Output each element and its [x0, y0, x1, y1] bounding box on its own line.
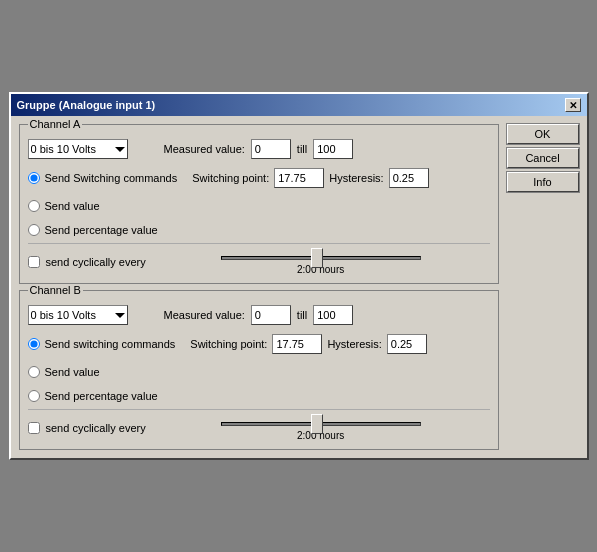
channel-a-sendvalue-row: Send value	[28, 197, 490, 215]
channel-a-voltage-select-wrapper[interactable]: 0 bis 10 Volts	[28, 139, 128, 159]
channel-b-sendpct-row: Send percentage value	[28, 387, 490, 405]
main-content: Channel A 0 bis 10 Volts Measured value:…	[19, 124, 499, 450]
channel-b-cyclical-checkbox[interactable]	[28, 422, 40, 434]
channel-b-measured-from[interactable]	[251, 305, 291, 325]
channel-a-send-percentage-label: Send percentage value	[45, 224, 158, 236]
channel-b-send-value-label: Send value	[45, 366, 100, 378]
cancel-button[interactable]: Cancel	[507, 148, 579, 168]
channel-a-switching-point-label: Switching point:	[192, 172, 269, 184]
channel-a-radio-percentage[interactable]	[28, 224, 40, 236]
channel-a-sendpct-row: Send percentage value	[28, 221, 490, 239]
ok-button[interactable]: OK	[507, 124, 579, 144]
channel-a-hysteresis-value[interactable]	[389, 168, 429, 188]
main-dialog: Gruppe (Analogue input 1) ✕ Channel A 0 …	[9, 92, 589, 460]
channel-b-send-percentage-label: Send percentage value	[45, 390, 158, 402]
channel-a-switching-point-value[interactable]	[274, 168, 324, 188]
channel-b-measured-label: Measured value:	[164, 309, 245, 321]
channel-a-measured-to[interactable]	[313, 139, 353, 159]
channel-b-voltage-select[interactable]: 0 bis 10 Volts	[28, 305, 128, 325]
channel-b-hysteresis-label: Hysteresis:	[327, 338, 381, 350]
channel-b-slider[interactable]	[221, 422, 421, 426]
channel-a-slider[interactable]	[221, 256, 421, 260]
channel-b-switching-point-label: Switching point:	[190, 338, 267, 350]
channel-a-hysteresis-label: Hysteresis:	[329, 172, 383, 184]
channel-a-cyclical-checkbox[interactable]	[28, 256, 40, 268]
channel-a-switching-label: Send Switching commands	[45, 172, 178, 184]
side-buttons: OK Cancel Info	[507, 124, 579, 450]
channel-a-send-value-label: Send value	[45, 200, 100, 212]
channel-b-title: Channel B	[28, 284, 83, 296]
channel-b-switching-point-value[interactable]	[272, 334, 322, 354]
channel-b-till-label: till	[297, 309, 307, 321]
channel-b-cyclical-label: send cyclically every	[46, 422, 146, 434]
channel-a-switching-row: Send Switching commands Switching point:…	[28, 165, 490, 191]
channel-a-measured-from[interactable]	[251, 139, 291, 159]
title-bar: Gruppe (Analogue input 1) ✕	[11, 94, 587, 116]
info-button[interactable]: Info	[507, 172, 579, 192]
channel-a-group: Channel A 0 bis 10 Volts Measured value:…	[19, 124, 499, 284]
channel-a-voltage-select[interactable]: 0 bis 10 Volts	[28, 139, 128, 159]
channel-a-measured-label: Measured value:	[164, 143, 245, 155]
channel-b-voltage-select-wrapper[interactable]: 0 bis 10 Volts	[28, 305, 128, 325]
channel-b-radio-value[interactable]	[28, 366, 40, 378]
channel-a-radio-switching[interactable]	[28, 172, 40, 184]
channel-b-switching-label: Send switching commands	[45, 338, 176, 350]
channel-b-switching-row: Send switching commands Switching point:…	[28, 331, 490, 357]
channel-b-radio-switching[interactable]	[28, 338, 40, 350]
channel-a-radio-value[interactable]	[28, 200, 40, 212]
channel-b-measured-to[interactable]	[313, 305, 353, 325]
close-button[interactable]: ✕	[565, 98, 581, 112]
channel-b-group: Channel B 0 bis 10 Volts Measured value:…	[19, 290, 499, 450]
channel-a-cyclical-label: send cyclically every	[46, 256, 146, 268]
channel-b-sendvalue-row: Send value	[28, 363, 490, 381]
channel-b-hysteresis-value[interactable]	[387, 334, 427, 354]
channel-a-title: Channel A	[28, 118, 83, 130]
channel-b-radio-percentage[interactable]	[28, 390, 40, 402]
window-title: Gruppe (Analogue input 1)	[17, 99, 156, 111]
channel-a-till-label: till	[297, 143, 307, 155]
